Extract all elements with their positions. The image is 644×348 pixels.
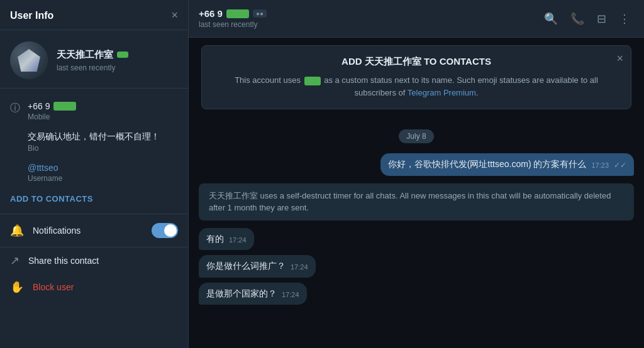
block-row[interactable]: ✋ Block user [0,274,188,300]
modal-body: This account uses as a custom status nex… [214,74,618,99]
outgoing-time: 17:23 [591,161,609,170]
header-actions: 🔍 📞 ⊟ ⋮ [540,8,634,30]
phone-number: +66 9 [28,101,76,111]
read-ticks-icon: ✓✓ [614,160,626,171]
notifications-row: 🔔 Notifications [0,217,188,244]
notifications-left: 🔔 Notifications [10,224,80,237]
username-label: Username [28,174,62,183]
notifications-label: Notifications [33,226,80,236]
bio-info: 交易确认地址，错付一概不自理！ Bio [10,131,160,153]
incoming-time-3: 17:24 [282,290,299,300]
add-contacts-modal: × ADD 天天推工作室 TO CONTACTS This account us… [201,45,631,109]
block-icon: ✋ [10,280,24,294]
modal-title: ADD 天天推工作室 TO CONTACTS [214,56,618,68]
phone-label: Mobile [28,112,76,121]
incoming-text-1: 有的 [206,233,224,246]
username-text: @tttseo [28,163,62,173]
add-to-contacts-button[interactable]: ADD TO CONTACTS [10,188,178,206]
share-row[interactable]: ↗ Share this contact [0,247,188,274]
sidebar-header: User Info × [0,0,188,30]
share-label: Share this contact [28,256,99,266]
profile-section: 天天推工作室 last seen recently [0,30,188,89]
chat-header: +66 9 ●● last seen recently 🔍 📞 ⊟ ⋮ [189,0,644,38]
chat-last-seen: last seen recently [199,20,540,29]
modal-close-icon[interactable]: × [616,52,623,65]
sidebar-title: User Info [10,10,53,21]
status-emoji-badge [117,52,128,58]
incoming-time-2: 17:24 [291,263,308,272]
profile-status: last seen recently [57,63,128,72]
phone-info: +66 9 Mobile [28,101,76,121]
incoming-text-2: 你是做什么词推广？ [206,260,286,273]
phone-row: ⓘ +66 9 Mobile [10,96,178,126]
info-section: ⓘ +66 9 Mobile 交易确认地址，错付一概不自理！ Bio @ttts… [0,89,188,214]
incoming-text-3: 是做那个国家的？ [206,288,277,300]
columns-icon[interactable]: ⊟ [593,8,610,30]
avatar [10,41,48,79]
chat-status-badge: ●● [253,9,267,18]
search-icon[interactable]: 🔍 [540,8,562,30]
avatar-inner [10,41,48,79]
profile-info: 天天推工作室 last seen recently [57,49,128,72]
incoming-time-1: 17:24 [229,236,247,245]
outgoing-text: 你好，谷歌快排代发(网址tttseo.com) 的方案有什么 [388,158,587,171]
date-pill: July 8 [399,129,433,143]
incoming-message-2: 你是做什么词推广？ 17:24 [199,255,634,278]
chat-header-badge [226,9,249,18]
phone-icon[interactable]: 📞 [567,8,588,30]
profile-name-text: 天天推工作室 [57,49,113,61]
bell-icon: 🔔 [10,224,24,237]
outgoing-message: 你好，谷歌快排代发(网址tttseo.com) 的方案有什么 17:23 ✓✓ [199,153,634,176]
date-divider: July 8 [199,129,634,143]
system-message: 天天推工作室 uses a self-destruct timer for al… [199,183,634,220]
incoming-message-1: 有的 17:24 [199,228,634,251]
user-info-panel: User Info × 天天推工作室 last seen recently ⓘ … [0,0,189,348]
more-options-icon[interactable]: ⋮ [615,8,634,30]
username-row: @tttseo Username [10,158,178,188]
outgoing-bubble: 你好，谷歌快排代发(网址tttseo.com) 的方案有什么 17:23 ✓✓ [380,153,634,176]
incoming-bubble-2: 你是做什么词推广？ 17:24 [199,255,316,278]
info-circle-icon: ⓘ [10,102,20,115]
profile-name: 天天推工作室 [57,49,128,61]
avatar-diamond-icon [18,49,40,72]
premium-link[interactable]: Telegram Premium [408,88,476,97]
modal-body-1: This account uses [235,75,301,85]
chat-name: +66 9 [199,8,223,19]
incoming-bubble-1: 有的 17:24 [199,228,254,251]
block-label: Block user [33,282,74,292]
share-icon: ↗ [10,254,19,268]
bio-text: 交易确认地址，错付一概不自理！ [28,131,160,143]
incoming-message-3: 是做那个国家的？ 17:24 [199,283,634,305]
notifications-toggle[interactable] [152,223,178,238]
phone-badge [53,102,76,111]
modal-emoji [304,77,321,85]
modal-body-3: . [476,88,479,97]
chat-name-row: +66 9 ●● [199,8,540,19]
action-section: 🔔 Notifications [0,214,188,247]
phone-number-text: +66 9 [28,101,50,111]
bio-label: Bio [28,144,160,153]
chat-header-info: +66 9 ●● last seen recently [199,8,540,29]
username-info: @tttseo Username [10,163,62,183]
bio-row: 交易确认地址，错付一概不自理！ Bio [10,126,178,158]
chat-panel: +66 9 ●● last seen recently 🔍 📞 ⊟ ⋮ × AD… [189,0,644,348]
incoming-bubble-3: 是做那个国家的？ 17:24 [199,283,307,305]
close-icon[interactable]: × [171,9,178,22]
messages-area: July 8 你好，谷歌快排代发(网址tttseo.com) 的方案有什么 17… [189,117,644,348]
